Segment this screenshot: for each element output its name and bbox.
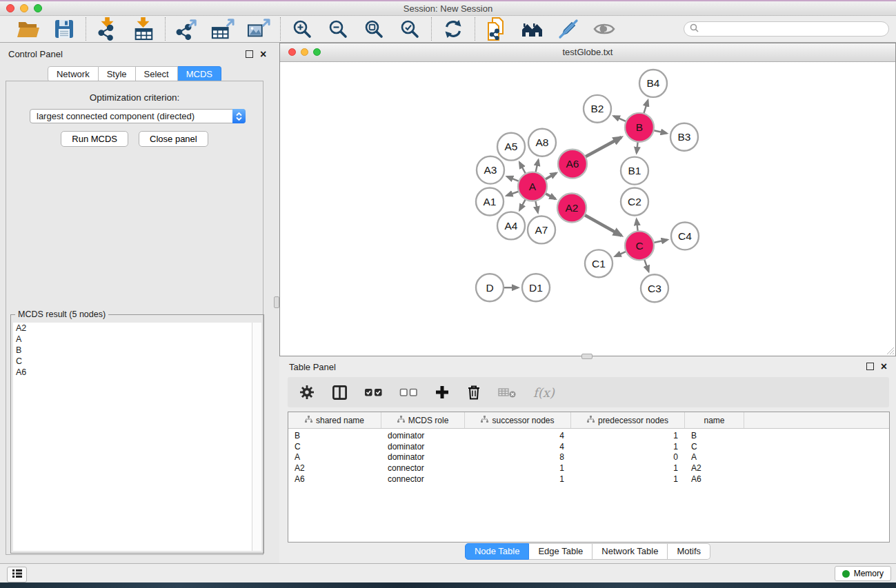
edge-A-A3[interactable] (507, 176, 519, 181)
table-row[interactable]: Adominator80A (288, 452, 889, 463)
tab-edge-table[interactable]: Edge Table (529, 543, 593, 560)
table-cell[interactable]: 1 (571, 474, 685, 484)
hide-annotations-icon[interactable] (556, 18, 581, 40)
table-cell[interactable]: dominator (381, 431, 465, 440)
table-cell[interactable]: A6 (288, 474, 381, 484)
mcds-result-item[interactable]: C (13, 356, 261, 367)
table-cell[interactable]: 1 (571, 442, 685, 452)
mcds-result-list[interactable]: A2ABCA6 (13, 323, 261, 551)
tab-motifs[interactable]: Motifs (668, 543, 710, 560)
table-cell[interactable]: A6 (685, 474, 744, 484)
new-network-from-selection-icon[interactable] (484, 18, 509, 40)
table-cell[interactable]: 0 (571, 452, 685, 462)
column-view-icon[interactable] (332, 385, 348, 401)
node-A8[interactable]: A8 (528, 129, 556, 156)
table-row[interactable]: Bdominator41B (288, 430, 889, 441)
zoom-fit-icon[interactable] (361, 18, 386, 40)
edge-A2-C[interactable] (584, 214, 621, 235)
close-panel-icon[interactable]: × (260, 51, 266, 58)
refresh-icon[interactable] (441, 18, 466, 40)
edge-C-C3[interactable] (644, 258, 649, 272)
node-B[interactable]: B (625, 113, 654, 142)
export-network-icon[interactable] (175, 18, 199, 40)
node-A7[interactable]: A7 (528, 216, 555, 243)
table-cell[interactable]: A (685, 452, 744, 462)
eye-icon[interactable] (592, 18, 617, 40)
table-cell[interactable]: dominator (381, 442, 465, 452)
edge-A6-B[interactable] (585, 137, 621, 157)
optimization-criterion-select[interactable]: largest connected component (directed) (30, 109, 246, 123)
import-network-icon[interactable] (95, 18, 120, 40)
column-header-name[interactable]: name (685, 412, 744, 428)
node-A6[interactable]: A6 (558, 150, 587, 179)
tab-node-table[interactable]: Node Table (465, 543, 530, 560)
table-cell[interactable]: A2 (288, 463, 381, 473)
delete-column-icon[interactable] (466, 384, 481, 401)
node-A[interactable]: A (518, 172, 547, 201)
tab-style[interactable]: Style (99, 66, 136, 82)
table-cell[interactable]: C (685, 442, 744, 452)
edge-B-B3[interactable] (653, 130, 667, 133)
table-cell[interactable]: 4 (465, 431, 571, 440)
edge-A-A7[interactable] (535, 200, 538, 212)
resize-grip-icon[interactable] (886, 347, 895, 355)
mcds-result-item[interactable]: A2 (13, 323, 261, 334)
gear-icon[interactable] (299, 384, 315, 401)
tab-network-table[interactable]: Network Table (593, 543, 668, 560)
table-cell[interactable]: B (685, 431, 744, 440)
float-panel-icon[interactable] (246, 50, 253, 58)
close-table-panel-icon[interactable]: × (881, 363, 887, 370)
zoom-selected-icon[interactable] (397, 18, 422, 40)
task-history-button[interactable] (7, 567, 27, 582)
table-row[interactable]: A2connector11A2 (288, 463, 889, 474)
edge-A-A4[interactable] (519, 199, 526, 210)
save-session-icon[interactable] (52, 18, 77, 40)
zoom-in-icon[interactable] (290, 18, 315, 40)
table-cell[interactable]: 1 (465, 463, 571, 473)
node-C2[interactable]: C2 (621, 188, 648, 216)
column-header-mcds-role[interactable]: MCDS role (381, 412, 465, 428)
network-canvas[interactable]: AA1A2A3A4A5A6A7A8BB1B2B3B4CC1C2C3C4DD1 (280, 62, 895, 356)
node-A1[interactable]: A1 (476, 188, 504, 216)
edge-A-A2[interactable] (545, 193, 556, 199)
table-cell[interactable]: dominator (381, 452, 465, 462)
table-cell[interactable]: connector (381, 463, 465, 473)
table-cell[interactable]: A (288, 452, 381, 462)
edge-A-A6[interactable] (544, 173, 556, 180)
edge-A-A5[interactable] (519, 163, 526, 174)
table-cell[interactable]: 4 (465, 442, 571, 452)
select-all-checkbox-icon[interactable] (364, 386, 383, 398)
table-cell[interactable]: 1 (465, 474, 571, 484)
deselect-all-checkbox-icon[interactable] (399, 386, 418, 398)
edge-B-B4[interactable] (644, 101, 648, 114)
table-cell[interactable]: C (288, 442, 381, 452)
tab-mcds[interactable]: MCDS (178, 66, 221, 82)
node-C[interactable]: C (625, 231, 654, 260)
column-header-predecessor-nodes[interactable]: predecessor nodes (571, 412, 685, 428)
memory-button[interactable]: Memory (835, 566, 891, 581)
table-cell[interactable]: A2 (685, 463, 744, 473)
column-header-shared-name[interactable]: shared name (288, 412, 381, 428)
node-A3[interactable]: A3 (477, 156, 504, 184)
node-D[interactable]: D (476, 274, 504, 301)
home-icon[interactable] (520, 18, 545, 40)
edge-B-B1[interactable] (637, 141, 638, 153)
node-B4[interactable]: B4 (639, 70, 667, 97)
edge-B-B2[interactable] (614, 116, 627, 121)
zoom-out-icon[interactable] (326, 18, 350, 40)
export-image-icon[interactable] (246, 18, 271, 40)
mcds-result-item[interactable]: B (13, 345, 261, 356)
table-cell[interactable]: 1 (571, 463, 685, 473)
table-row[interactable]: A6connector11A6 (288, 474, 889, 485)
vertical-splitter-handle[interactable] (274, 296, 279, 308)
open-session-icon[interactable] (16, 18, 41, 40)
node-A4[interactable]: A4 (497, 212, 525, 239)
run-mcds-button[interactable]: Run MCDS (61, 131, 128, 147)
result-list-scrollbar[interactable] (252, 323, 261, 551)
table-row[interactable]: Cdominator41C (288, 441, 889, 452)
node-B3[interactable]: B3 (670, 123, 698, 151)
horizontal-splitter-handle[interactable] (581, 354, 593, 359)
node-A2[interactable]: A2 (557, 194, 586, 223)
tab-network[interactable]: Network (48, 66, 99, 82)
import-table-icon[interactable] (131, 18, 156, 40)
